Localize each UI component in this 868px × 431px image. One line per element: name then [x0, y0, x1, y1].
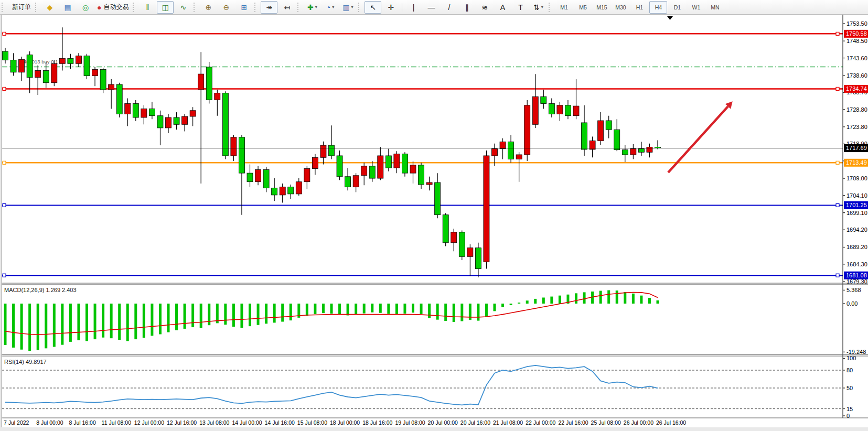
periods-button[interactable]: ◔▾ — [322, 1, 338, 14]
hline-handle[interactable] — [3, 161, 6, 164]
toolbar-grip[interactable] — [133, 3, 136, 12]
timeframe-m30-button[interactable]: M30 — [612, 1, 629, 14]
chart-bars-icon: ‖ — [146, 4, 149, 11]
toolbar-grip[interactable] — [2, 3, 5, 12]
hline-handle[interactable] — [3, 87, 6, 90]
price-tick-label: 1694.20 — [846, 227, 867, 233]
price-badge-label: 1734.74 — [846, 85, 867, 92]
tile-windows-button[interactable]: ⊞ — [235, 1, 252, 14]
new-order-button[interactable]: 新订单 — [8, 1, 33, 14]
timeframe-m5-button[interactable]: M5 — [574, 1, 592, 14]
toolbar-grip[interactable] — [254, 3, 258, 12]
macd-axis-label: 5.368 — [846, 287, 861, 293]
timeframe-d1-button[interactable]: D1 — [668, 1, 686, 14]
equidistant-channel-button[interactable]: ∥ — [458, 1, 475, 14]
toolbar-grip[interactable] — [549, 3, 552, 12]
navigator-button[interactable]: ◎ — [77, 1, 94, 14]
date-tick-label: 8 Jul 16:00 — [69, 419, 96, 426]
zoom-out-icon: ⊖ — [223, 4, 230, 11]
candle-body — [410, 165, 416, 173]
candle-body — [166, 117, 172, 128]
zoom-out-button[interactable]: ⊖ — [218, 1, 234, 14]
hline-handle[interactable] — [836, 274, 839, 277]
timeframe-mn-button[interactable]: MN — [706, 1, 724, 14]
auto-trading-button[interactable]: ●自动交易 — [95, 1, 131, 14]
toolbar-grip[interactable] — [194, 3, 197, 12]
chart-canvas[interactable]: # 467013 buy 0.11753.501748.501743.60173… — [0, 0, 868, 431]
date-tick-label: 26 Jul 00:00 — [624, 419, 653, 426]
fibonacci-button[interactable]: ≋ — [476, 1, 493, 14]
text-label-button[interactable]: T — [512, 1, 529, 14]
candle-body — [353, 176, 359, 187]
candle-body — [239, 137, 244, 173]
toolbar-grip[interactable] — [297, 3, 301, 12]
arrows-icon: ⇅ — [533, 4, 540, 11]
templates-dropdown-icon[interactable]: ▾ — [351, 5, 353, 9]
periods-icon: ◔ — [326, 4, 330, 11]
toolbar-separator — [402, 3, 402, 12]
indicators-button[interactable]: ✚▾ — [304, 1, 320, 14]
candle-body — [492, 149, 498, 156]
candle-body — [141, 109, 147, 117]
chart-bars-button[interactable]: ‖ — [139, 1, 156, 14]
indicators-dropdown-icon[interactable]: ▾ — [315, 5, 317, 9]
market-watch-button[interactable]: ◆ — [41, 1, 58, 14]
toolbar-grip[interactable] — [35, 3, 38, 12]
toolbar-grip[interactable] — [358, 3, 361, 12]
zoom-in-button[interactable]: ⊕ — [200, 1, 217, 14]
date-tick-label: 22 Jul 16:00 — [558, 419, 588, 426]
candle-body — [385, 156, 391, 168]
chart-candles-button[interactable]: ◫ — [157, 1, 174, 14]
candle-body — [92, 70, 98, 76]
candle-body — [190, 111, 196, 116]
text-label-icon: T — [518, 4, 523, 11]
fibonacci-icon: ≋ — [482, 4, 488, 11]
text-button[interactable]: A — [494, 1, 511, 14]
candle-body — [320, 145, 326, 157]
arrows-button[interactable]: ⇅▾ — [530, 1, 546, 14]
candle-body — [10, 60, 16, 72]
hline-handle[interactable] — [3, 274, 6, 277]
toolbar: 新订单◆▤◎●自动交易‖◫∿⊕⊖⊞↠↤✚▾◔▾▥▾↖✛|—/∥≋AT⇅▾M1M5… — [0, 0, 868, 15]
candle-body — [116, 84, 122, 114]
templates-button[interactable]: ▥▾ — [339, 1, 356, 14]
auto-scroll-button[interactable]: ↠ — [261, 1, 277, 14]
candle-body — [304, 169, 310, 182]
chart-line-button[interactable]: ∿ — [175, 1, 191, 14]
candle-body — [133, 104, 138, 118]
chart-line-icon: ∿ — [180, 4, 187, 11]
timeframe-h1-button[interactable]: H1 — [630, 1, 648, 14]
candle-body — [606, 121, 612, 130]
candle-body — [35, 71, 41, 78]
timeframe-m1-button[interactable]: M1 — [555, 1, 573, 14]
hline-handle[interactable] — [836, 161, 839, 164]
date-tick-label: 21 Jul 08:00 — [493, 419, 523, 426]
vertical-line-button[interactable]: | — [405, 1, 422, 14]
data-window-button[interactable]: ▤ — [59, 1, 76, 14]
hline-handle[interactable] — [836, 32, 839, 35]
hline-handle[interactable] — [3, 32, 6, 35]
cursor-button[interactable]: ↖ — [365, 1, 381, 14]
hline-handle[interactable] — [3, 203, 6, 207]
date-tick-label: 14 Jul 00:00 — [232, 419, 262, 426]
candle-body — [296, 182, 302, 194]
data-window-icon: ▤ — [64, 4, 71, 11]
cursor-icon: ↖ — [370, 4, 377, 11]
crosshair-button[interactable]: ✛ — [382, 1, 399, 14]
candle-body — [516, 155, 522, 159]
candle-body — [206, 67, 212, 100]
rsi-axis-label: 100 — [846, 355, 856, 361]
horizontal-line-icon: — — [427, 4, 435, 11]
horizontal-line-button[interactable]: — — [423, 1, 440, 14]
arrows-dropdown-icon[interactable]: ▾ — [541, 5, 543, 9]
candle-body — [369, 166, 375, 178]
trendline-button[interactable]: / — [441, 1, 457, 14]
timeframe-w1-button[interactable]: W1 — [687, 1, 705, 14]
periods-dropdown-icon[interactable]: ▾ — [332, 5, 334, 9]
chart-shift-button[interactable]: ↤ — [278, 1, 295, 14]
hline-handle[interactable] — [836, 87, 839, 90]
timeframe-m15-button[interactable]: M15 — [593, 1, 610, 14]
hline-handle[interactable] — [836, 203, 839, 207]
timeframe-h4-button[interactable]: H4 — [649, 1, 667, 14]
date-tick-label: 14 Jul 16:00 — [265, 419, 295, 426]
